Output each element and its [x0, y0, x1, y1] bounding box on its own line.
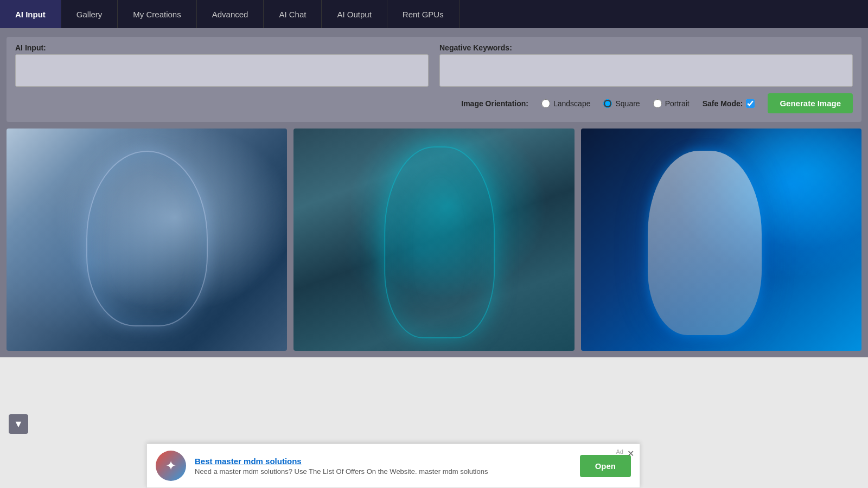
negative-keywords-field[interactable] [439, 54, 853, 87]
square-label: Square [615, 99, 640, 108]
nav-item-rent-gpus[interactable]: Rent GPUs [387, 0, 459, 28]
gallery-image-2 [293, 129, 574, 351]
ad-logo [156, 451, 186, 481]
ai-input-field[interactable] [15, 54, 429, 87]
ai-input-group: AI Input: [15, 43, 429, 87]
ad-text: Best master mdm solutions Need a master … [195, 457, 571, 476]
ad-close-button[interactable]: ✕ [627, 448, 634, 459]
nav-item-ai-chat[interactable]: AI Chat [264, 0, 322, 28]
nav-item-ai-input[interactable]: AI Input [0, 0, 61, 28]
ad-title[interactable]: Best master mdm solutions [195, 457, 571, 466]
controls-row: Image Orientation: Landscape Square Port… [15, 93, 853, 113]
input-section: AI Input: Negative Keywords: Image Orien… [7, 37, 861, 122]
nav-item-ai-output[interactable]: AI Output [322, 0, 387, 28]
landscape-label: Landscape [553, 99, 591, 108]
negative-keywords-label: Negative Keywords: [439, 43, 853, 52]
orientation-landscape[interactable]: Landscape [541, 99, 591, 108]
ad-banner: Best master mdm solutions Need a master … [146, 444, 640, 488]
square-radio[interactable] [603, 99, 612, 108]
main-content: AI Input: Negative Keywords: Image Orien… [0, 28, 868, 357]
gallery-image-3 [581, 129, 861, 351]
generate-button[interactable]: Generate Image [768, 93, 853, 113]
landscape-radio[interactable] [541, 99, 550, 108]
ad-description: Need a master mdm solutions? Use The LIs… [195, 467, 571, 476]
orientation-square[interactable]: Square [603, 99, 640, 108]
image-orientation-label: Image Orientation: [461, 99, 528, 108]
nav-item-advanced[interactable]: Advanced [197, 0, 264, 28]
ai-input-label: AI Input: [15, 43, 429, 52]
navigation: AI Input Gallery My Creations Advanced A… [0, 0, 868, 28]
gallery-image-1 [7, 129, 287, 351]
orientation-portrait[interactable]: Portrait [653, 99, 690, 108]
safe-mode-group[interactable]: Safe Mode: [703, 99, 755, 108]
ad-open-button[interactable]: Open [580, 455, 631, 477]
input-row: AI Input: Negative Keywords: [15, 43, 853, 87]
safe-mode-label: Safe Mode: [703, 99, 743, 108]
safe-mode-checkbox[interactable] [746, 99, 755, 108]
portrait-label: Portrait [665, 99, 690, 108]
ad-label: Ad [616, 448, 623, 455]
scroll-down-button[interactable]: ▼ [9, 414, 28, 434]
negative-keywords-group: Negative Keywords: [439, 43, 853, 87]
portrait-radio[interactable] [653, 99, 662, 108]
nav-item-my-creations[interactable]: My Creations [118, 0, 196, 28]
nav-item-gallery[interactable]: Gallery [61, 0, 118, 28]
image-gallery [7, 129, 861, 351]
